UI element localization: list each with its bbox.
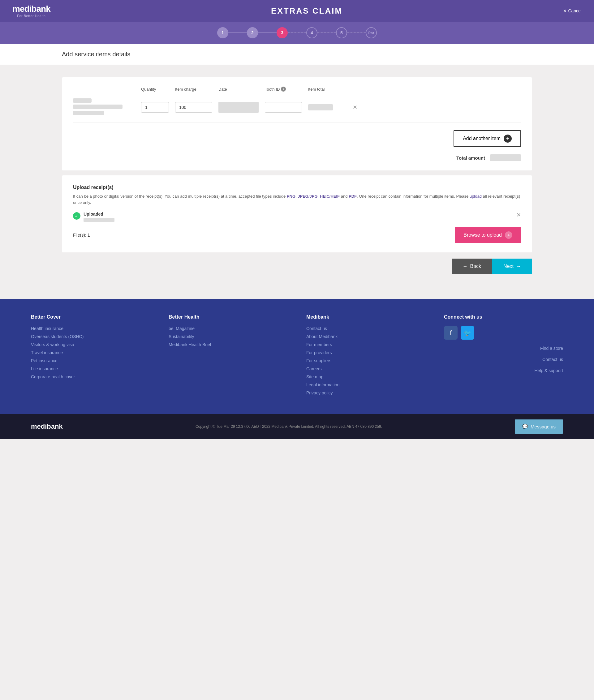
step-5[interactable]: 5 xyxy=(336,27,347,38)
item-code-blurred xyxy=(73,98,92,103)
logo: medibank For Better Health xyxy=(12,4,51,18)
footer-link-corporate[interactable]: Corporate health cover xyxy=(31,374,150,379)
footer-link-providers[interactable]: For providers xyxy=(306,350,425,355)
message-icon: 💬 xyxy=(522,424,528,429)
remove-item-button[interactable]: ✕ xyxy=(352,103,359,112)
footer-link-contact[interactable]: Contact us xyxy=(306,326,425,331)
logo-text: medibank xyxy=(12,4,51,14)
service-items-card: Quantity Item charge Date Tooth ID i Ite… xyxy=(62,77,532,170)
footer-link-sustainability[interactable]: Sustainability xyxy=(169,334,288,339)
uploaded-label: Uploaded xyxy=(84,211,516,216)
service-item-header-row: Quantity Item charge Date Tooth ID i Ite… xyxy=(73,87,521,93)
upload-title: Upload receipt(s) xyxy=(73,185,521,190)
total-header: Item total xyxy=(308,87,345,93)
step-line-5-rec xyxy=(347,32,366,33)
uploaded-section: ✓ Uploaded ✕ xyxy=(73,211,521,222)
footer-link-privacy[interactable]: Privacy policy xyxy=(306,390,425,395)
facebook-icon[interactable]: f xyxy=(444,326,458,340)
header: medibank For Better Health EXTRAS CLAIM … xyxy=(0,0,594,22)
remove-upload-button[interactable]: ✕ xyxy=(516,211,521,219)
footer-medibank-title: Medibank xyxy=(306,314,425,320)
footer-link-sitemap[interactable]: Site map xyxy=(306,374,425,379)
back-button[interactable]: ← Back xyxy=(452,259,493,274)
toothid-header: Tooth ID i xyxy=(265,87,302,93)
footer-link-travel[interactable]: Travel insurance xyxy=(31,350,150,355)
logo-sub: For Better Health xyxy=(17,14,45,18)
step-4[interactable]: 4 xyxy=(306,27,318,38)
step-circle-rec: Rec xyxy=(366,27,377,38)
step-circle-1: 1 xyxy=(217,27,228,38)
cancel-button[interactable]: ✕ Cancel xyxy=(563,8,582,13)
quantity-input[interactable] xyxy=(141,102,169,112)
footer-better-health-title: Better Health xyxy=(169,314,288,320)
footer-link-oshc[interactable]: Overseas students (OSHC) xyxy=(31,334,150,339)
footer-better-health: Better Health be. Magazine Sustainabilit… xyxy=(169,314,288,398)
footer-link-pet[interactable]: Pet insurance xyxy=(31,358,150,363)
footer-main: Better Cover Health insurance Overseas s… xyxy=(0,299,594,414)
footer-link-careers[interactable]: Careers xyxy=(306,366,425,371)
item-info xyxy=(73,98,135,116)
footer-link-health-insurance[interactable]: Health insurance xyxy=(31,326,150,331)
item-total-blurred xyxy=(308,104,333,110)
next-button[interactable]: Next → xyxy=(492,259,532,274)
footer-link-about[interactable]: About Medibank xyxy=(306,334,425,339)
footer-medibank: Medibank Contact us About Medibank For m… xyxy=(306,314,425,398)
footer-link-magazine[interactable]: be. Magazine xyxy=(169,326,288,331)
tooth-id-input[interactable] xyxy=(265,102,302,112)
next-arrow-icon: → xyxy=(516,264,521,269)
quantity-col xyxy=(141,102,169,112)
step-rec[interactable]: Rec xyxy=(366,27,377,38)
footer-link-visitors[interactable]: Visitors & working visa xyxy=(31,342,150,347)
date-col xyxy=(219,102,259,113)
step-3[interactable]: 3 xyxy=(276,27,288,38)
uploaded-info: Uploaded xyxy=(84,211,516,222)
step-line-4-5 xyxy=(318,32,336,33)
upload-card: Upload receipt(s) It can be a photo or d… xyxy=(62,175,532,253)
step-1[interactable]: 1 xyxy=(217,27,228,38)
browse-upload-button[interactable]: Browse to upload + xyxy=(455,227,521,243)
check-icon: ✓ xyxy=(73,212,80,220)
footer-link-legal[interactable]: Legal information xyxy=(306,382,425,387)
table-row: ✕ xyxy=(73,98,521,123)
twitter-icon[interactable]: 🐦 xyxy=(461,326,474,340)
charge-col xyxy=(175,102,212,112)
footer-link-contact-us[interactable]: Contact us xyxy=(542,357,563,362)
footer-link-health-brief[interactable]: Medibank Health Brief xyxy=(169,342,288,347)
navigation-buttons: ← Back Next → xyxy=(62,259,532,274)
charge-header: Item charge xyxy=(175,87,212,93)
step-line-2-3 xyxy=(258,32,276,33)
footer-connect: Connect with us f 🐦 Find a store Contact… xyxy=(444,314,563,398)
step-2[interactable]: 2 xyxy=(247,27,258,38)
item-sub-blurred xyxy=(73,111,104,115)
item-charge-input[interactable] xyxy=(175,102,212,112)
footer-connect-links: Find a store Contact us Help & support xyxy=(444,346,563,376)
add-item-row: Add another item + xyxy=(73,130,521,147)
total-amount-row: Total amount xyxy=(73,154,521,161)
back-arrow-icon: ← xyxy=(463,264,468,269)
step-circle-2: 2 xyxy=(247,27,258,38)
step-circle-5: 5 xyxy=(336,27,347,38)
footer-bottom: medibank Copyright © Tue Mar 29 12:37:00… xyxy=(0,414,594,439)
message-us-button[interactable]: 💬 Message us xyxy=(515,420,563,434)
footer-copyright: Copyright © Tue Mar 29 12:37:00 AEDT 202… xyxy=(196,424,382,429)
add-another-item-button[interactable]: Add another item + xyxy=(454,130,521,147)
toothid-info-icon[interactable]: i xyxy=(281,87,286,92)
date-header: Date xyxy=(219,87,259,93)
toothid-col xyxy=(265,102,302,112)
page-header-title: EXTRAS CLAIM xyxy=(271,6,342,16)
footer-link-members[interactable]: For members xyxy=(306,342,425,347)
item-name-blurred xyxy=(73,105,123,109)
steps-bar: 1 2 3 4 5 Rec xyxy=(0,22,594,44)
add-icon: + xyxy=(504,135,512,143)
page-title-bar: Add service items details xyxy=(0,44,594,65)
step-line-1-2 xyxy=(228,32,247,33)
step-line-3-4 xyxy=(288,32,306,33)
footer-link-help-support[interactable]: Help & support xyxy=(534,368,563,373)
footer-link-suppliers[interactable]: For suppliers xyxy=(306,358,425,363)
upload-link[interactable]: upload xyxy=(470,194,482,199)
uploaded-filename-blurred xyxy=(84,218,114,222)
footer-better-cover: Better Cover Health insurance Overseas s… xyxy=(31,314,150,398)
footer-link-life[interactable]: Life insurance xyxy=(31,366,150,371)
files-count: File(s): 1 xyxy=(73,233,90,238)
footer-link-find-store[interactable]: Find a store xyxy=(540,346,563,351)
